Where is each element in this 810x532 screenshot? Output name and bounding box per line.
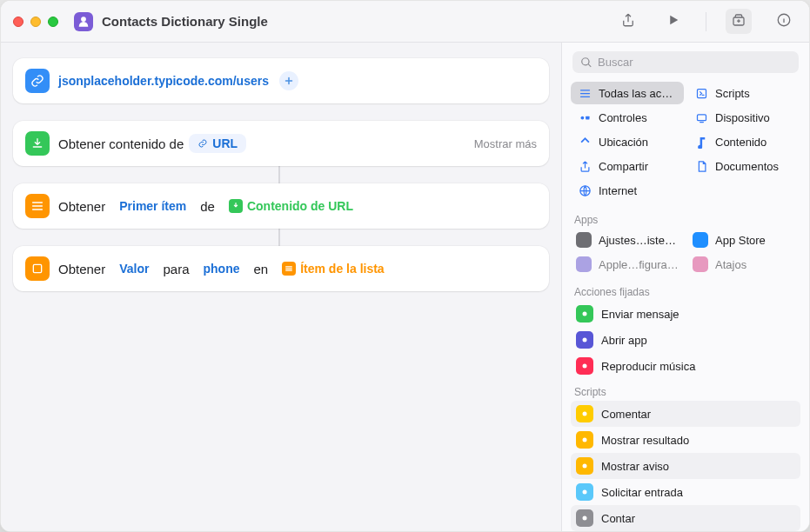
category-label: Contenido <box>715 136 766 149</box>
action-get-value[interactable]: Obtener Valor para phone en Ítem de la l… <box>13 246 549 291</box>
category-label: Documentos <box>715 160 779 173</box>
action-solicitar-entrada[interactable]: Solicitar entrada <box>571 479 800 505</box>
category-icon <box>578 135 592 149</box>
action-url[interactable]: jsonplaceholder.typicode.com/users <box>13 58 549 103</box>
window-minimize[interactable] <box>30 17 41 27</box>
svg-rect-2 <box>33 264 41 272</box>
window-zoom[interactable] <box>48 17 58 27</box>
app-icon <box>693 256 708 272</box>
action-abrir-app[interactable]: Abrir app <box>571 327 800 353</box>
item-selector-token[interactable]: Primer ítem <box>110 196 195 216</box>
section-scripts-label: Scripts <box>562 379 809 401</box>
action-mostrar-resultado[interactable]: Mostrar resultado <box>571 427 800 453</box>
download-icon <box>25 131 50 156</box>
url-variable-token[interactable]: URL <box>189 134 246 153</box>
category-icon <box>578 86 592 100</box>
svg-point-12 <box>583 438 587 442</box>
action-label: Reproducir música <box>601 360 695 373</box>
library-search[interactable] <box>572 51 799 73</box>
action-url-body: jsonplaceholder.typicode.com/users <box>58 71 537 90</box>
action-label: Abrir app <box>601 334 647 347</box>
category-controles[interactable]: Controles <box>571 106 684 129</box>
source-variable-label: Contenido de URL <box>247 199 353 213</box>
action-mostrar-aviso[interactable]: Mostrar aviso <box>571 453 800 479</box>
window-title: Contacts Dictionary Single <box>102 14 268 29</box>
category-documentos[interactable]: Documentos <box>687 155 800 177</box>
action-icon <box>576 357 593 375</box>
action-label: Enviar mensaje <box>601 308 679 321</box>
svg-point-8 <box>583 312 587 316</box>
app-label: Ajustes…istema <box>599 234 679 247</box>
item-variable-token[interactable]: Ítem de la lista <box>273 259 392 278</box>
add-url-button[interactable] <box>279 71 298 90</box>
action-icon <box>576 431 593 449</box>
app-icon <box>576 232 592 248</box>
share-button[interactable] <box>615 9 641 34</box>
get-value-in: en <box>253 262 268 276</box>
category-icon <box>694 86 708 100</box>
app-label: App Store <box>715 234 766 247</box>
svg-point-11 <box>583 412 587 416</box>
get-item-verb: Obtener <box>58 199 105 214</box>
category-compartir[interactable]: Compartir <box>571 155 684 177</box>
main-split: jsonplaceholder.typicode.com/users Obten… <box>1 43 809 531</box>
shortcut-icon <box>74 12 93 31</box>
list-icon <box>25 194 50 218</box>
action-get-item-body: Obtener Primer ítem de Contenido de URL <box>58 196 537 216</box>
window: Contacts Dictionary Single <box>0 0 810 532</box>
traffic-lights <box>13 17 58 27</box>
category-todas-las-acci-[interactable]: Todas las acci… <box>571 82 684 104</box>
svg-point-10 <box>583 364 587 369</box>
category-label: Scripts <box>715 87 750 100</box>
value-token[interactable]: Valor <box>110 259 157 278</box>
category-scripts[interactable]: Scripts <box>687 82 800 104</box>
action-icon <box>576 305 593 323</box>
category-dispositivo[interactable]: Dispositivo <box>687 106 800 129</box>
action-icon <box>576 331 593 349</box>
url-variable-label: URL <box>212 136 238 150</box>
app-app-store[interactable]: App Store <box>687 229 800 251</box>
action-get-contents[interactable]: Obtener contenido de URL Mostrar más <box>13 121 549 166</box>
action-icon <box>576 405 593 422</box>
category-internet[interactable]: Internet <box>571 179 684 202</box>
app-ajustes-istema[interactable]: Ajustes…istema <box>571 229 684 251</box>
run-button[interactable] <box>660 9 686 34</box>
svg-rect-5 <box>586 116 589 119</box>
url-value[interactable]: jsonplaceholder.typicode.com/users <box>58 74 269 88</box>
key-token[interactable]: phone <box>194 259 248 278</box>
action-enviar-mensaje[interactable]: Enviar mensaje <box>571 301 800 327</box>
library-button[interactable] <box>726 9 752 34</box>
toolbar <box>615 9 797 34</box>
category-contenido[interactable]: Contenido <box>687 130 800 153</box>
info-button[interactable] <box>771 9 797 34</box>
svg-point-4 <box>580 116 584 119</box>
window-close[interactable] <box>13 17 23 27</box>
category-icon <box>578 159 592 173</box>
get-item-of: de <box>200 199 215 214</box>
categories-grid: Todas las acci…ScriptsControlesDispositi… <box>562 80 809 207</box>
action-label: Solicitar entrada <box>601 486 683 499</box>
action-get-value-body: Obtener Valor para phone en Ítem de la l… <box>58 259 537 278</box>
action-label: Contar <box>601 512 635 525</box>
action-comentar[interactable]: Comentar <box>571 401 800 427</box>
library-sidebar: Todas las acci…ScriptsControlesDispositi… <box>561 43 809 531</box>
library-scroll[interactable]: Todas las acci…ScriptsControlesDispositi… <box>562 80 809 531</box>
show-more-button[interactable]: Mostrar más <box>474 137 537 150</box>
category-icon <box>694 159 708 173</box>
category-label: Internet <box>599 184 637 197</box>
category-label: Todas las acci… <box>599 87 677 100</box>
toolbar-divider <box>706 12 706 31</box>
category-ubicaci-n[interactable]: Ubicación <box>571 130 684 153</box>
category-label: Compartir <box>599 160 648 173</box>
source-variable-token[interactable]: Contenido de URL <box>220 196 362 216</box>
app-icon <box>693 232 708 248</box>
action-reproducir-m-sica[interactable]: Reproducir música <box>571 353 800 379</box>
app-apple-figurator[interactable]: Apple…figurator <box>571 253 684 276</box>
action-contar[interactable]: Contar <box>571 505 800 531</box>
action-get-item[interactable]: Obtener Primer ítem de Contenido de URL <box>13 183 549 229</box>
app-label: Apple…figurator <box>599 258 679 271</box>
workflow-canvas[interactable]: jsonplaceholder.typicode.com/users Obten… <box>1 43 561 531</box>
app-atajos[interactable]: Atajos <box>687 253 800 276</box>
search-input[interactable] <box>598 56 791 69</box>
action-label: Mostrar aviso <box>601 460 669 473</box>
